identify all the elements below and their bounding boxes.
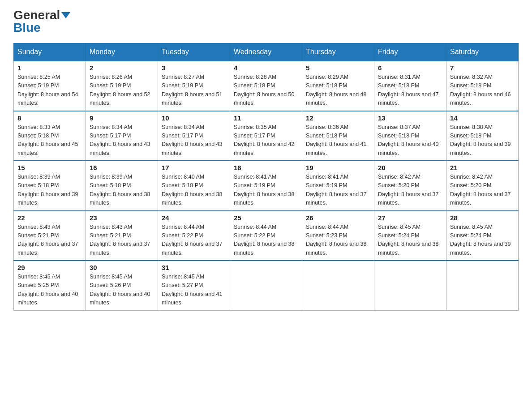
day-number: 27 (378, 214, 442, 222)
day-info: Sunrise: 8:43 AM Sunset: 5:21 PM Dayligh… (90, 223, 154, 258)
day-info: Sunrise: 8:25 AM Sunset: 5:19 PM Dayligh… (17, 73, 82, 108)
day-number: 14 (450, 114, 515, 122)
day-info: Sunrise: 8:45 AM Sunset: 5:24 PM Dayligh… (378, 223, 442, 258)
day-info: Sunrise: 8:45 AM Sunset: 5:25 PM Dayligh… (17, 273, 82, 308)
calendar-day-cell: 12 Sunrise: 8:36 AM Sunset: 5:18 PM Dayl… (302, 111, 374, 161)
calendar-table: SundayMondayTuesdayWednesdayThursdayFrid… (13, 43, 519, 311)
day-number: 16 (90, 164, 154, 171)
calendar-day-cell: 8 Sunrise: 8:33 AM Sunset: 5:18 PM Dayli… (14, 111, 86, 161)
day-number: 31 (162, 264, 226, 271)
calendar-day-cell: 30 Sunrise: 8:45 AM Sunset: 5:26 PM Dayl… (86, 261, 158, 310)
calendar-day-cell: 29 Sunrise: 8:45 AM Sunset: 5:25 PM Dayl… (14, 261, 86, 310)
calendar-day-cell: 20 Sunrise: 8:42 AM Sunset: 5:20 PM Dayl… (374, 161, 446, 211)
day-of-week-header: Friday (374, 43, 446, 61)
day-number: 10 (162, 114, 226, 122)
day-number: 24 (162, 214, 226, 222)
day-info: Sunrise: 8:39 AM Sunset: 5:18 PM Dayligh… (17, 173, 82, 208)
day-number: 5 (306, 64, 370, 72)
day-number: 19 (306, 164, 370, 171)
day-info: Sunrise: 8:35 AM Sunset: 5:17 PM Dayligh… (234, 123, 298, 158)
day-number: 11 (234, 114, 298, 122)
logo-triangle-icon (61, 12, 70, 18)
calendar-day-cell (446, 261, 519, 310)
day-of-week-header: Wednesday (230, 43, 302, 61)
day-number: 8 (17, 114, 82, 122)
day-info: Sunrise: 8:34 AM Sunset: 5:17 PM Dayligh… (90, 123, 154, 158)
logo-blue-text: Blue (13, 21, 41, 34)
calendar-day-cell: 6 Sunrise: 8:31 AM Sunset: 5:18 PM Dayli… (374, 61, 446, 111)
calendar-day-cell: 24 Sunrise: 8:44 AM Sunset: 5:22 PM Dayl… (158, 211, 230, 261)
day-info: Sunrise: 8:27 AM Sunset: 5:19 PM Dayligh… (162, 73, 226, 108)
day-number: 13 (378, 114, 442, 122)
day-number: 7 (450, 64, 515, 72)
day-number: 12 (306, 114, 370, 122)
calendar-day-cell: 9 Sunrise: 8:34 AM Sunset: 5:17 PM Dayli… (86, 111, 158, 161)
calendar-day-cell: 26 Sunrise: 8:44 AM Sunset: 5:23 PM Dayl… (302, 211, 374, 261)
logo-general-text: General (13, 9, 60, 21)
day-info: Sunrise: 8:42 AM Sunset: 5:20 PM Dayligh… (450, 173, 515, 208)
calendar-day-cell: 14 Sunrise: 8:38 AM Sunset: 5:18 PM Dayl… (446, 111, 519, 161)
calendar-day-cell (374, 261, 446, 310)
calendar-day-cell: 27 Sunrise: 8:45 AM Sunset: 5:24 PM Dayl… (374, 211, 446, 261)
day-info: Sunrise: 8:37 AM Sunset: 5:18 PM Dayligh… (378, 123, 442, 158)
day-info: Sunrise: 8:42 AM Sunset: 5:20 PM Dayligh… (378, 173, 442, 208)
calendar-week-row: 22 Sunrise: 8:43 AM Sunset: 5:21 PM Dayl… (14, 211, 519, 261)
calendar-day-cell: 16 Sunrise: 8:39 AM Sunset: 5:18 PM Dayl… (86, 161, 158, 211)
day-info: Sunrise: 8:32 AM Sunset: 5:18 PM Dayligh… (450, 73, 515, 108)
day-number: 6 (378, 64, 442, 72)
day-info: Sunrise: 8:36 AM Sunset: 5:18 PM Dayligh… (306, 123, 370, 158)
calendar-week-row: 1 Sunrise: 8:25 AM Sunset: 5:19 PM Dayli… (14, 61, 519, 111)
day-number: 15 (17, 164, 82, 171)
day-info: Sunrise: 8:33 AM Sunset: 5:18 PM Dayligh… (17, 123, 82, 158)
day-info: Sunrise: 8:39 AM Sunset: 5:18 PM Dayligh… (90, 173, 154, 208)
calendar-day-cell: 17 Sunrise: 8:40 AM Sunset: 5:18 PM Dayl… (158, 161, 230, 211)
day-of-week-header: Thursday (302, 43, 374, 61)
day-number: 25 (234, 214, 298, 222)
day-number: 1 (17, 64, 82, 72)
calendar-day-cell: 1 Sunrise: 8:25 AM Sunset: 5:19 PM Dayli… (14, 61, 86, 111)
day-info: Sunrise: 8:29 AM Sunset: 5:18 PM Dayligh… (306, 73, 370, 108)
day-info: Sunrise: 8:41 AM Sunset: 5:19 PM Dayligh… (306, 173, 370, 208)
day-number: 3 (162, 64, 226, 72)
day-info: Sunrise: 8:44 AM Sunset: 5:22 PM Dayligh… (162, 223, 226, 258)
day-info: Sunrise: 8:45 AM Sunset: 5:27 PM Dayligh… (162, 273, 226, 308)
calendar-day-cell: 19 Sunrise: 8:41 AM Sunset: 5:19 PM Dayl… (302, 161, 374, 211)
calendar-day-cell: 2 Sunrise: 8:26 AM Sunset: 5:19 PM Dayli… (86, 61, 158, 111)
calendar-day-cell: 11 Sunrise: 8:35 AM Sunset: 5:17 PM Dayl… (230, 111, 302, 161)
calendar-header-row: SundayMondayTuesdayWednesdayThursdayFrid… (14, 43, 519, 61)
calendar-day-cell: 4 Sunrise: 8:28 AM Sunset: 5:18 PM Dayli… (230, 61, 302, 111)
page-header: General Blue (13, 9, 519, 34)
calendar-week-row: 8 Sunrise: 8:33 AM Sunset: 5:18 PM Dayli… (14, 111, 519, 161)
day-number: 29 (17, 264, 82, 271)
day-info: Sunrise: 8:45 AM Sunset: 5:26 PM Dayligh… (90, 273, 154, 308)
calendar-day-cell: 22 Sunrise: 8:43 AM Sunset: 5:21 PM Dayl… (14, 211, 86, 261)
day-number: 18 (234, 164, 298, 171)
calendar-day-cell: 25 Sunrise: 8:44 AM Sunset: 5:22 PM Dayl… (230, 211, 302, 261)
day-number: 30 (90, 264, 154, 271)
day-number: 21 (450, 164, 515, 171)
day-info: Sunrise: 8:41 AM Sunset: 5:19 PM Dayligh… (234, 173, 298, 208)
calendar-day-cell: 28 Sunrise: 8:45 AM Sunset: 5:24 PM Dayl… (446, 211, 519, 261)
calendar-day-cell (230, 261, 302, 310)
day-info: Sunrise: 8:44 AM Sunset: 5:22 PM Dayligh… (234, 223, 298, 258)
day-number: 2 (90, 64, 154, 72)
calendar-day-cell: 15 Sunrise: 8:39 AM Sunset: 5:18 PM Dayl… (14, 161, 86, 211)
day-of-week-header: Saturday (446, 43, 519, 61)
calendar-day-cell: 23 Sunrise: 8:43 AM Sunset: 5:21 PM Dayl… (86, 211, 158, 261)
day-of-week-header: Tuesday (158, 43, 230, 61)
day-info: Sunrise: 8:44 AM Sunset: 5:23 PM Dayligh… (306, 223, 370, 258)
calendar-day-cell: 3 Sunrise: 8:27 AM Sunset: 5:19 PM Dayli… (158, 61, 230, 111)
calendar-day-cell: 18 Sunrise: 8:41 AM Sunset: 5:19 PM Dayl… (230, 161, 302, 211)
calendar-week-row: 15 Sunrise: 8:39 AM Sunset: 5:18 PM Dayl… (14, 161, 519, 211)
calendar-day-cell: 10 Sunrise: 8:34 AM Sunset: 5:17 PM Dayl… (158, 111, 230, 161)
calendar-week-row: 29 Sunrise: 8:45 AM Sunset: 5:25 PM Dayl… (14, 261, 519, 310)
day-of-week-header: Monday (86, 43, 158, 61)
day-info: Sunrise: 8:31 AM Sunset: 5:18 PM Dayligh… (378, 73, 442, 108)
day-number: 26 (306, 214, 370, 222)
day-of-week-header: Sunday (14, 43, 86, 61)
calendar-day-cell: 13 Sunrise: 8:37 AM Sunset: 5:18 PM Dayl… (374, 111, 446, 161)
day-number: 4 (234, 64, 298, 72)
day-number: 17 (162, 164, 226, 171)
day-info: Sunrise: 8:43 AM Sunset: 5:21 PM Dayligh… (17, 223, 82, 258)
calendar-day-cell: 31 Sunrise: 8:45 AM Sunset: 5:27 PM Dayl… (158, 261, 230, 310)
